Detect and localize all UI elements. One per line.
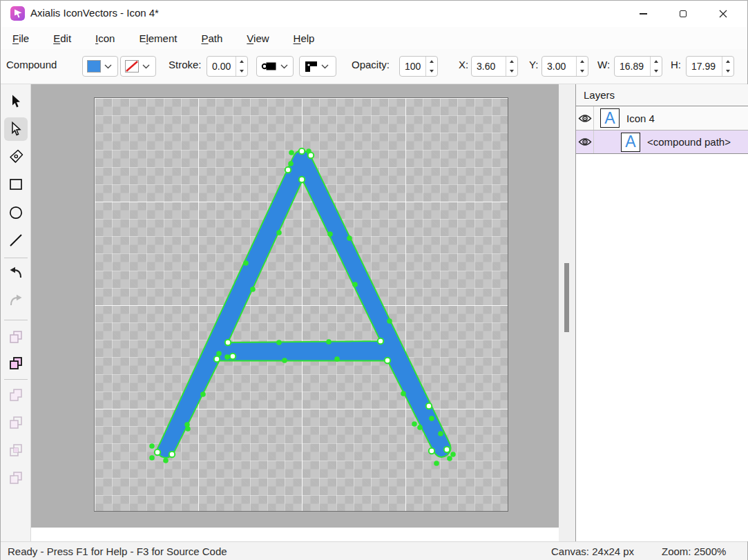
y-spinner[interactable]: 3.00 (541, 56, 588, 77)
anchor-point-white[interactable] (308, 153, 314, 158)
anchor-point-green[interactable] (163, 458, 169, 463)
stroke-color-dropdown[interactable] (120, 56, 156, 77)
tool-pen[interactable] (4, 145, 28, 168)
anchor-point-green[interactable] (276, 230, 282, 235)
anchor-point-green[interactable] (327, 231, 333, 237)
anchor-point-green[interactable] (282, 358, 287, 363)
anchor-point-green[interactable] (429, 416, 434, 421)
anchor-point-white[interactable] (378, 338, 383, 344)
menu-view[interactable]: View (247, 32, 269, 44)
anchor-point-green[interactable] (149, 455, 155, 461)
menu-path[interactable]: Path (201, 32, 222, 44)
layer-row-icon4[interactable]: A Icon 4 (576, 106, 748, 130)
anchor-point-green[interactable] (200, 392, 206, 397)
anchor-point-green[interactable] (334, 356, 340, 362)
spinner-arrows[interactable] (722, 57, 733, 76)
anchor-point-green[interactable] (149, 443, 155, 449)
anchor-point-green[interactable] (352, 282, 358, 287)
anchor-point-white[interactable] (214, 356, 220, 362)
spinner-arrows[interactable] (650, 57, 662, 76)
minimize-button[interactable] (627, 1, 659, 27)
tool-line[interactable] (4, 229, 28, 252)
anchor-point-green[interactable] (387, 318, 392, 324)
vertical-scrollbar-thumb[interactable] (564, 263, 569, 332)
h-spinner[interactable]: 17.99 (686, 56, 734, 77)
tool-direct-select[interactable] (4, 117, 28, 141)
anchor-point-green[interactable] (288, 161, 294, 166)
menu-help[interactable]: Help (294, 32, 315, 44)
spinner-arrows[interactable] (236, 57, 247, 76)
anchor-point-green[interactable] (412, 421, 417, 427)
select-arrow-icon (8, 93, 24, 110)
anchor-point-green[interactable] (447, 456, 452, 461)
maximize-icon (680, 10, 687, 17)
menu-file[interactable]: File (12, 32, 29, 44)
main-area: Layers A Icon 4 (1, 84, 747, 541)
anchor-point-white[interactable] (444, 447, 450, 452)
compound-path-shape[interactable] (157, 151, 451, 458)
menu-edit[interactable]: Edit (53, 32, 71, 44)
anchor-point-white[interactable] (426, 403, 432, 409)
canvas[interactable] (94, 97, 508, 512)
anchor-point-green[interactable] (326, 339, 332, 345)
visibility-toggle[interactable] (576, 131, 594, 153)
spinner-arrows[interactable] (576, 57, 588, 76)
anchor-point-green[interactable] (417, 425, 423, 430)
anchor-point-white[interactable] (230, 354, 236, 359)
stroke-width-spinner[interactable]: 0.00 (207, 56, 248, 77)
anchor-point-white[interactable] (429, 448, 434, 454)
anchor-point-green[interactable] (347, 235, 352, 241)
anchor-point-green[interactable] (250, 287, 256, 292)
x-spinner[interactable]: 3.60 (471, 56, 518, 77)
tool-rectangle[interactable] (4, 173, 28, 196)
line-cap-icon (261, 61, 277, 72)
tool-undo[interactable] (4, 262, 28, 285)
visibility-toggle[interactable] (576, 106, 594, 130)
anchor-layer[interactable] (149, 148, 456, 466)
layers-panel-title: Layers (576, 84, 748, 106)
line-join-dropdown[interactable] (299, 56, 336, 77)
tool-select[interactable] (4, 90, 28, 113)
line-cap-dropdown[interactable] (256, 56, 294, 77)
spinner-arrows[interactable] (506, 57, 517, 76)
opacity-spinner[interactable]: 100 (399, 56, 438, 77)
tool-exclude[interactable] (4, 466, 28, 490)
anchor-point-green[interactable] (243, 260, 249, 266)
fill-color-dropdown[interactable] (82, 56, 118, 77)
anchor-point-green[interactable] (185, 426, 191, 432)
anchor-point-white[interactable] (225, 340, 231, 345)
layer-row-compound-path[interactable]: A <compound path> (576, 130, 748, 153)
vertical-scrollbar[interactable] (559, 84, 575, 541)
anchor-point-white[interactable] (155, 450, 160, 455)
tool-subtract[interactable] (4, 411, 28, 434)
anchor-point-green[interactable] (216, 351, 222, 356)
maximize-button[interactable] (667, 1, 699, 27)
stroke-none-swatch (125, 60, 139, 73)
anchor-point-green[interactable] (224, 354, 230, 360)
anchor-point-white[interactable] (285, 167, 291, 173)
anchor-point-green[interactable] (401, 391, 406, 396)
close-button[interactable] (707, 1, 739, 27)
undo-icon (8, 265, 24, 282)
anchor-point-green[interactable] (434, 461, 439, 466)
menu-icon[interactable]: Icon (95, 32, 115, 44)
tool-compound[interactable] (4, 351, 28, 375)
status-zoom-level: Zoom: 2500% (662, 545, 726, 557)
spinner-arrows[interactable] (425, 57, 437, 76)
anchor-point-green[interactable] (276, 340, 282, 345)
anchor-point-white[interactable] (385, 358, 390, 363)
anchor-point-white[interactable] (169, 452, 175, 457)
tool-ellipse[interactable] (4, 201, 28, 224)
tool-intersect[interactable] (4, 438, 28, 462)
anchor-point-white[interactable] (299, 177, 305, 182)
anchor-point-green[interactable] (438, 431, 443, 436)
menu-element[interactable]: Element (139, 32, 177, 44)
tool-union[interactable] (4, 383, 28, 407)
anchor-point-green[interactable] (289, 150, 294, 155)
w-spinner[interactable]: 16.89 (614, 56, 662, 77)
tool-redo[interactable] (4, 289, 28, 313)
anchor-point-white[interactable] (299, 148, 305, 154)
y-value: 3.00 (542, 57, 576, 76)
anchor-point-green[interactable] (450, 452, 456, 457)
tool-group[interactable] (4, 325, 28, 349)
